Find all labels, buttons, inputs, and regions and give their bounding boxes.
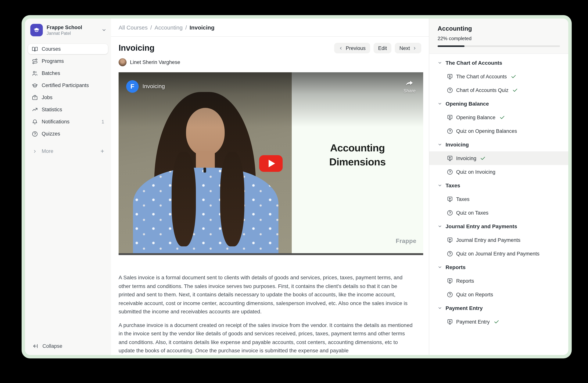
sidebar-more-section[interactable]: More + <box>25 148 111 154</box>
users-icon <box>32 70 38 76</box>
sidebar-item-jobs[interactable]: Jobs <box>28 92 108 103</box>
breadcrumb-all-courses[interactable]: All Courses <box>119 24 147 31</box>
sidebar-item-statistics[interactable]: Statistics <box>28 104 108 115</box>
lesson-row[interactable]: The Chart of Accounts <box>429 70 568 83</box>
lesson-row[interactable]: Quiz on Journal Entry and Payments <box>429 247 568 260</box>
sidebar-item-quizzes[interactable]: Quizzes <box>28 129 108 139</box>
breadcrumb: All Courses / Accounting / Invoicing <box>111 19 429 37</box>
sidebar-item-certified-participants[interactable]: Certified Participants <box>28 80 108 91</box>
chevron-right-icon <box>413 46 417 50</box>
lesson-row[interactable]: Quiz on Opening Balances <box>429 124 568 138</box>
route-icon <box>32 58 38 64</box>
chapter-row[interactable]: Taxes <box>429 179 568 192</box>
chapter-row[interactable]: Payment Entry <box>429 301 568 315</box>
progress-bar-fill <box>438 45 464 47</box>
chevron-down-icon <box>438 183 442 188</box>
main-column: All Courses / Accounting / Invoicing Inv… <box>111 19 429 355</box>
sidebar-item-programs[interactable]: Programs <box>28 56 108 66</box>
lesson-label: Quiz on Reports <box>456 292 493 297</box>
lesson-row[interactable]: Taxes <box>429 192 568 206</box>
video-lesson-icon <box>447 73 453 80</box>
workspace-user: Jannat Patel <box>47 31 102 36</box>
left-sidebar: Frappe School Jannat Patel Courses Progr <box>25 19 111 355</box>
collapse-sidebar-button[interactable]: Collapse <box>33 343 62 349</box>
workspace-title: Frappe School <box>47 25 102 30</box>
frappe-watermark: Frappe <box>396 238 416 245</box>
video-title-overlay[interactable]: Invoicing <box>143 83 165 89</box>
course-progress-header: Accounting 22% completed <box>429 19 568 54</box>
sidebar-item-notifications[interactable]: Notifications 1 <box>28 116 108 127</box>
share-label: Share <box>403 88 416 94</box>
plus-icon[interactable]: + <box>100 148 104 154</box>
chapter-title: Reports <box>445 264 466 270</box>
author-row: Linet Sherin Varghese <box>119 58 421 66</box>
check-icon <box>480 155 486 161</box>
chapter-row[interactable]: Opening Balance <box>429 97 568 111</box>
video-player[interactable]: Accounting Dimensions F Invoicing Share <box>119 72 423 255</box>
chapter-title: Journal Entry and Payments <box>445 223 517 229</box>
bell-icon <box>32 119 38 125</box>
lesson-label: Reports <box>456 278 474 284</box>
breadcrumb-separator: / <box>185 24 187 31</box>
author-name: Linet Sherin Varghese <box>130 59 180 65</box>
edit-label: Edit <box>378 45 387 51</box>
course-outline-panel: Accounting 22% completed The Chart of Ac… <box>429 19 568 355</box>
previous-label: Previous <box>346 45 366 51</box>
notifications-count-badge: 1 <box>102 119 104 124</box>
sidebar-more-label: More <box>42 148 53 154</box>
graduation-cap-icon <box>32 82 38 88</box>
lesson-row[interactable]: Journal Entry and Payments <box>429 233 568 247</box>
chevron-down-icon <box>438 265 442 269</box>
sidebar-item-courses[interactable]: Courses <box>28 44 108 54</box>
breadcrumb-separator: / <box>150 24 152 31</box>
book-open-icon <box>32 46 38 52</box>
quiz-lesson-icon <box>447 87 453 93</box>
lesson-row[interactable]: Chart of Accounts Quiz <box>429 83 568 97</box>
video-bottom-bar <box>119 253 423 255</box>
lesson-label: Quiz on Invoicing <box>456 169 495 175</box>
chapter-row[interactable]: Journal Entry and Payments <box>429 219 568 233</box>
chapter-row[interactable]: Invoicing <box>429 138 568 151</box>
chapter-title: The Chart of Accounts <box>445 60 502 66</box>
check-icon <box>510 74 516 79</box>
breadcrumb-course[interactable]: Accounting <box>155 24 183 31</box>
lesson-row[interactable]: Payment Entry <box>429 315 568 328</box>
lesson-row[interactable]: Opening Balance <box>429 111 568 124</box>
quiz-lesson-icon <box>447 128 453 134</box>
workspace-switcher[interactable]: Frappe School Jannat Patel <box>25 19 111 40</box>
graduation-cap-icon <box>33 26 40 34</box>
lesson-row[interactable]: Quiz on Reports <box>429 288 568 301</box>
lesson-row[interactable]: Quiz on Taxes <box>429 206 568 219</box>
video-lesson-icon <box>447 319 453 325</box>
chapter-row[interactable]: The Chart of Accounts <box>429 56 568 70</box>
chapter-row[interactable]: Reports <box>429 260 568 274</box>
check-icon <box>493 319 499 325</box>
briefcase-icon <box>32 95 38 100</box>
chevron-down-icon <box>438 142 442 147</box>
check-icon <box>512 87 518 93</box>
share-button[interactable]: Share <box>403 79 416 94</box>
lesson-label: Taxes <box>456 196 470 202</box>
next-label: Next <box>399 45 410 51</box>
progress-text: 22% completed <box>438 36 560 41</box>
lesson-row[interactable]: Invoicing <box>429 151 568 165</box>
frappe-school-logo <box>30 24 43 36</box>
play-button[interactable] <box>259 155 283 172</box>
previous-button[interactable]: Previous <box>334 43 370 53</box>
lesson-label: Journal Entry and Payments <box>456 237 520 243</box>
chevron-down-icon <box>438 60 442 65</box>
lesson-row[interactable]: Quiz on Invoicing <box>429 165 568 179</box>
lesson-label: Opening Balance <box>456 115 495 120</box>
lesson-row[interactable]: Reports <box>429 274 568 288</box>
sidebar-item-batches[interactable]: Batches <box>28 68 108 78</box>
sidebar-item-label: Courses <box>42 46 61 52</box>
lesson-label: Quiz on Opening Balances <box>456 128 517 134</box>
app-window: Frappe School Jannat Patel Courses Progr <box>21 15 572 358</box>
lesson-label: Chart of Accounts Quiz <box>456 87 508 93</box>
channel-avatar[interactable]: F <box>126 80 139 93</box>
sidebar-item-label: Batches <box>42 70 60 76</box>
lesson-body: A Sales invoice is a formal document sen… <box>119 273 415 355</box>
play-icon <box>268 160 275 167</box>
next-button[interactable]: Next <box>395 43 421 53</box>
edit-button[interactable]: Edit <box>374 43 392 53</box>
